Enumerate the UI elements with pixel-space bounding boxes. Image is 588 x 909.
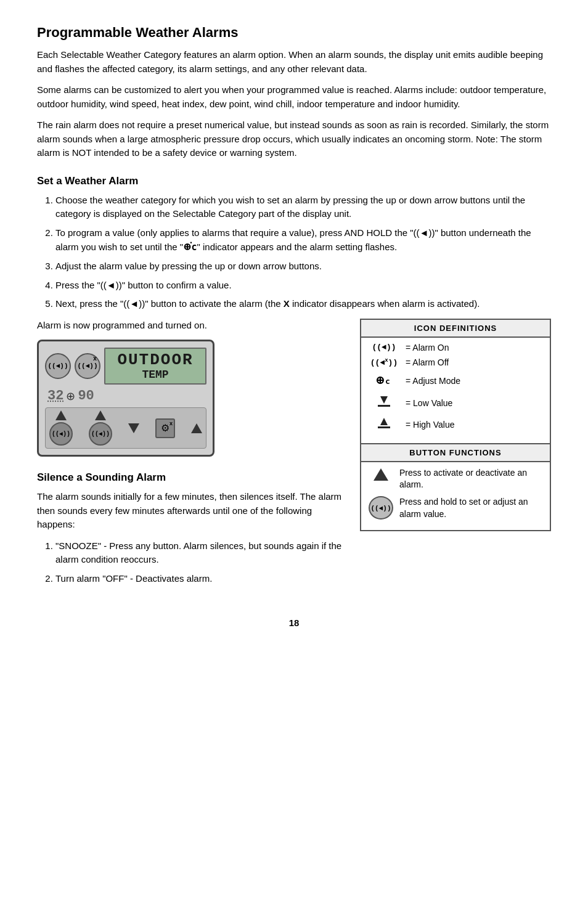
up-arrow-func-icon	[369, 467, 393, 484]
set-alarm-step-3: Adjust the alarm value by pressing the u…	[55, 259, 551, 274]
alarm-programmed-text: Alarm is now programmed and turned on.	[37, 319, 348, 333]
num-display-1: 32	[47, 388, 63, 404]
high-value-symbol	[369, 417, 399, 433]
lcd-display: OUTDOOR TEMP	[104, 348, 206, 385]
adjust-mode-icon: ⊕ c	[374, 372, 394, 387]
icon-row-high-value: = High Value	[369, 417, 542, 433]
silence-step-2: Turn alarm "OFF" - Deactivates alarm.	[55, 572, 348, 586]
sidebar: ICON DEFINITIONS ((◄)) = Alarm On ((◄x))…	[360, 319, 551, 532]
high-value-icon	[374, 417, 394, 430]
alarm-btn-func-icon: ((◄))	[369, 496, 393, 520]
alarm-off-btn[interactable]: x ((◄))	[75, 353, 100, 379]
button-functions-box: BUTTON FUNCTIONS Press to activate or de…	[360, 444, 551, 531]
icon-row-alarm-off: ((◄x)) = Alarm Off	[369, 357, 542, 367]
svg-marker-2	[380, 396, 388, 404]
alarm-off-symbol: ((◄x))	[369, 357, 399, 367]
high-value-desc: = High Value	[406, 420, 455, 430]
svg-rect-3	[378, 405, 390, 407]
set-alarm-step-1: Choose the weather category for which yo…	[55, 194, 551, 221]
alarm-btn-2-group: ((◄))	[89, 410, 112, 446]
adjust-mode-symbol: ⊕ c	[369, 372, 399, 390]
gear-settings-btn[interactable]: ⚙ x	[155, 418, 175, 438]
device-top-row: ((◄)) x ((◄)) OUTDOOR TEMP	[45, 348, 206, 385]
lcd-line1: OUTDOOR	[110, 351, 200, 369]
btn-func-text-1: Press to activate or deactivate an alarm…	[399, 467, 542, 491]
icon-definitions-box: ICON DEFINITIONS ((◄)) = Alarm On ((◄x))…	[360, 319, 551, 444]
svg-text:⊕: ⊕	[375, 374, 385, 386]
silence-heading: Silence a Sounding Alarm	[37, 471, 348, 484]
intro-para-1: Each Selectable Weather Category feature…	[37, 48, 551, 76]
num-display-2: 90	[78, 388, 94, 404]
btn-func-row-2: ((◄)) Press and hold to set or adjust an…	[369, 496, 542, 520]
low-value-symbol	[369, 395, 399, 412]
page-number: 18	[37, 618, 551, 628]
set-alarm-step-2: To program a value (only applies to alar…	[55, 226, 551, 255]
svg-marker-4	[380, 418, 388, 425]
alarm-off-desc: = Alarm Off	[406, 357, 449, 367]
set-alarm-step-5: Next, press the "((◄))" button to activa…	[55, 297, 551, 311]
gear-x-mark: x	[169, 420, 173, 426]
low-value-desc: = Low Value	[406, 398, 452, 408]
alarm-on-symbol: ((◄))	[369, 343, 399, 352]
arrow-down-btn[interactable]	[128, 423, 139, 433]
two-col-layout: Alarm is now programmed and turned on. (…	[37, 319, 551, 593]
btn-func-row-1: Press to activate or deactivate an alarm…	[369, 467, 542, 491]
icon-definitions-header: ICON DEFINITIONS	[361, 320, 550, 338]
intro-para-3: The rain alarm does not require a preset…	[37, 118, 551, 160]
arrow-up-icon-2	[95, 410, 106, 420]
silence-steps: "SNOOZE" - Press any button. Alarm silen…	[55, 539, 348, 586]
silence-step-1: "SNOOZE" - Press any button. Alarm silen…	[55, 539, 348, 567]
button-functions-header: BUTTON FUNCTIONS	[361, 444, 550, 462]
arrow-up-icon-1	[55, 410, 67, 420]
arrow-up-btn-standalone[interactable]	[191, 423, 202, 433]
lcd-line2: TEMP	[110, 369, 200, 381]
text-col: Alarm is now programmed and turned on. (…	[37, 319, 348, 593]
adjust-mode-desc: = Adjust Mode	[406, 376, 460, 386]
set-alarm-steps: Choose the weather category for which yo…	[55, 194, 551, 311]
icon-row-alarm-on: ((◄)) = Alarm On	[369, 343, 542, 353]
icon-definitions-body: ((◄)) = Alarm On ((◄x)) = Alarm Off ⊕	[361, 338, 550, 443]
device-nums-row: 32 ⊕ 90	[45, 388, 206, 404]
alarm-btn-1[interactable]: ((◄))	[49, 422, 73, 446]
svg-rect-5	[378, 426, 390, 428]
button-functions-body: Press to activate or deactivate an alarm…	[361, 462, 550, 530]
device-display: ((◄)) x ((◄)) OUTDOOR TEMP 32 ⊕ 90	[37, 340, 214, 457]
alarm-on-desc: = Alarm On	[406, 343, 449, 353]
alarm-btn-2[interactable]: ((◄))	[89, 422, 112, 446]
gear-icon: ⚙	[161, 422, 169, 434]
set-alarm-step-4: Press the "((◄))" button to confirm a va…	[55, 279, 551, 293]
alarm-on-btn[interactable]: ((◄))	[45, 353, 71, 379]
svg-marker-6	[374, 468, 388, 481]
intro-para-2: Some alarms can be customized to alert y…	[37, 83, 551, 111]
btn-func-text-2: Press and hold to set or adjust an alarm…	[399, 496, 542, 520]
svg-text:c: c	[385, 377, 390, 386]
set-alarm-heading: Set a Weather Alarm	[37, 175, 551, 187]
low-value-icon	[374, 395, 394, 409]
alarm-btn-1-group: ((◄))	[49, 410, 73, 446]
x-mark: x	[93, 356, 97, 362]
silence-text: The alarm sounds initially for a few min…	[37, 490, 348, 532]
device-bottom-row: ((◄)) ((◄)) ⚙ x	[45, 407, 206, 449]
adjust-symbol: ⊕	[66, 389, 75, 403]
icon-row-low-value: = Low Value	[369, 395, 542, 412]
icon-row-adjust: ⊕ c = Adjust Mode	[369, 372, 542, 390]
page-title: Programmable Weather Alarms	[37, 25, 551, 41]
